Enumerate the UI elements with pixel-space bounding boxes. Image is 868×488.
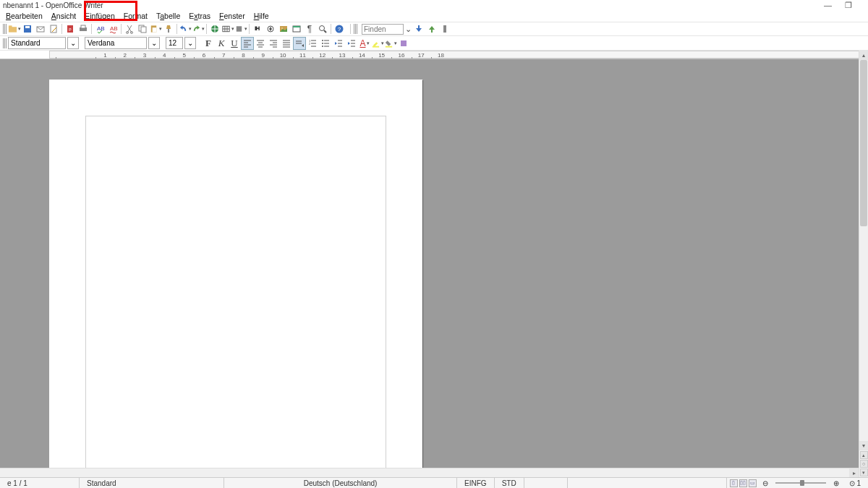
vertical-scrollbar[interactable]: ▴ ▾ ▴ ○ ▾ <box>859 51 868 477</box>
highlight-button[interactable] <box>371 37 384 50</box>
navigator-button[interactable] <box>264 22 277 35</box>
font-name-dropdown[interactable]: ⌄ <box>148 37 160 49</box>
document-page[interactable] <box>49 80 422 477</box>
gallery-button[interactable] <box>277 22 290 35</box>
search-down-button[interactable] <box>412 22 425 35</box>
scroll-up-arrow[interactable]: ▴ <box>859 51 868 60</box>
horizontal-ruler[interactable]: 123456789101112131415161718 <box>0 51 868 59</box>
redo-button[interactable] <box>192 22 205 35</box>
zoom-button[interactable] <box>316 22 329 35</box>
spellcheck-button[interactable]: ABC <box>93 22 106 35</box>
standard-toolbar: P ABC ABC ¶ ? ⌄ <box>0 22 868 36</box>
horizontal-scrollbar[interactable]: ▸ <box>0 468 859 477</box>
search-options-button[interactable] <box>438 22 451 35</box>
status-style[interactable]: Standard <box>80 478 224 488</box>
align-right-button[interactable] <box>267 37 280 50</box>
ruler-mark: 2 <box>124 52 127 59</box>
view-book-icon[interactable]: ▭ <box>749 479 757 487</box>
zoom-slider[interactable] <box>775 482 826 484</box>
font-size-combo[interactable]: 12 <box>166 37 183 49</box>
ruler-mark: 10 <box>280 52 286 59</box>
ruler-mark: 14 <box>359 52 365 59</box>
maximize-button[interactable]: ❐ <box>845 1 852 10</box>
svg-rect-18 <box>168 29 169 33</box>
format-paintbrush-button[interactable] <box>162 22 175 35</box>
scroll-right-arrow[interactable]: ▸ <box>849 468 859 477</box>
paragraph-style-dropdown[interactable]: ⌄ <box>67 37 79 49</box>
table-button[interactable] <box>221 22 234 35</box>
zoom-in-button[interactable]: ⊕ <box>830 479 842 487</box>
print-button[interactable] <box>77 22 90 35</box>
next-page-button[interactable]: ▾ <box>860 468 868 476</box>
more-options-button[interactable] <box>397 37 410 50</box>
toolbar2-grip[interactable] <box>3 38 7 48</box>
numbered-list-button[interactable]: 12 <box>306 37 319 50</box>
font-size-dropdown[interactable]: ⌄ <box>184 37 196 49</box>
minimize-button[interactable]: — <box>824 1 832 9</box>
data-sources-button[interactable] <box>290 22 303 35</box>
underline-button[interactable]: U <box>228 37 241 50</box>
menu-fenster[interactable]: Fenster <box>215 11 250 21</box>
zoom-out-button[interactable]: ⊖ <box>760 478 771 488</box>
font-name-combo[interactable]: Verdana <box>85 37 147 49</box>
zoom-level[interactable]: ⊙ 1 <box>842 478 868 488</box>
auto-spellcheck-button[interactable]: ABC <box>106 22 119 35</box>
cut-button[interactable] <box>123 22 136 35</box>
status-insert-mode[interactable]: EINFG <box>457 478 495 488</box>
italic-button[interactable]: K <box>215 37 228 50</box>
menu-hilfe[interactable]: Hilfe <box>250 11 273 21</box>
show-draw-button[interactable] <box>234 22 247 35</box>
menu-format[interactable]: Format <box>119 11 152 21</box>
scroll-down-arrow[interactable]: ▾ <box>859 441 868 450</box>
export-pdf-button[interactable]: P <box>64 22 77 35</box>
view-layout-buttons: ▯ ▯▯ ▭ <box>727 479 760 487</box>
hyperlink-button[interactable] <box>208 22 221 35</box>
paste-button[interactable] <box>149 22 162 35</box>
increase-indent-button[interactable] <box>345 37 358 50</box>
page-margin-guide <box>85 116 386 477</box>
status-language[interactable]: Deutsch (Deutschland) <box>224 478 457 488</box>
menu-extras[interactable]: Extras <box>184 11 215 21</box>
view-multi-page-icon[interactable]: ▯▯ <box>739 479 747 487</box>
bold-button[interactable]: F <box>202 37 215 50</box>
prev-page-button[interactable]: ▴ <box>860 451 868 459</box>
svg-text:ABC: ABC <box>110 25 118 32</box>
align-justify-button[interactable] <box>280 37 293 50</box>
menu-ansicht[interactable]: Ansicht <box>47 11 80 21</box>
align-center-button[interactable] <box>254 37 267 50</box>
decrease-indent-button[interactable] <box>332 37 345 50</box>
nonprinting-chars-button[interactable]: ¶ <box>303 22 316 35</box>
status-selection-mode[interactable]: STD <box>495 478 524 488</box>
search-input[interactable] <box>362 24 404 35</box>
nav-object-button[interactable]: ○ <box>860 460 868 468</box>
svg-rect-31 <box>431 29 433 33</box>
svg-text:?: ? <box>338 26 341 33</box>
bullet-list-button[interactable] <box>319 37 332 50</box>
toolbar-grip-2[interactable] <box>354 24 357 34</box>
email-button[interactable] <box>34 22 47 35</box>
find-replace-button[interactable] <box>251 22 264 35</box>
undo-button[interactable] <box>179 22 192 35</box>
toolbar-grip[interactable] <box>3 24 7 34</box>
open-button[interactable] <box>8 22 21 35</box>
copy-button[interactable] <box>136 22 149 35</box>
menu-bearbeiten[interactable]: Bearbeiten <box>1 11 47 21</box>
paragraph-style-combo[interactable]: Standard <box>8 37 66 49</box>
save-button[interactable] <box>21 22 34 35</box>
svg-point-24 <box>281 27 283 29</box>
search-dropdown[interactable]: ⌄ <box>404 22 412 35</box>
edit-doc-button[interactable] <box>47 22 60 35</box>
font-color-button[interactable]: A <box>358 37 371 50</box>
svg-rect-40 <box>401 40 407 46</box>
menu-einfuegen[interactable]: Einfügen <box>80 11 119 21</box>
menu-tabelle[interactable]: Tabelle <box>152 11 184 21</box>
scroll-thumb[interactable] <box>860 60 867 226</box>
ltr-button[interactable] <box>293 37 306 50</box>
help-button[interactable]: ? <box>333 22 346 35</box>
ruler-mark: 8 <box>242 52 244 59</box>
search-up-button[interactable] <box>425 22 438 35</box>
align-left-button[interactable] <box>241 37 254 50</box>
status-page[interactable]: e 1 / 1 <box>0 478 80 488</box>
bg-color-button[interactable] <box>384 37 397 50</box>
view-single-page-icon[interactable]: ▯ <box>730 479 738 487</box>
